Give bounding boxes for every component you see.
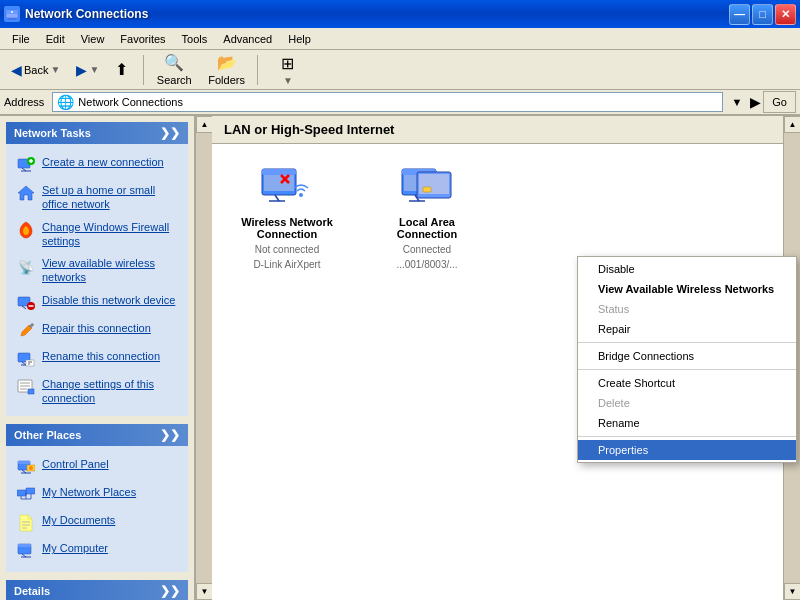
- wireless-connection-device: D-Link AirXpert: [253, 259, 320, 270]
- settings-text: Change settings of this connection: [42, 377, 178, 406]
- left-panel-container: Network Tasks ❯❯: [0, 116, 212, 600]
- details-chevron[interactable]: ❯❯: [160, 584, 180, 598]
- right-scroll-down[interactable]: ▼: [784, 583, 800, 600]
- up-icon: ⬆: [115, 60, 128, 79]
- ctx-properties[interactable]: Properties: [578, 440, 796, 460]
- address-go-button[interactable]: Go: [763, 91, 796, 113]
- ctx-sep-2: [578, 369, 796, 370]
- content-area: LAN or High-Speed Internet: [212, 116, 800, 600]
- network-tasks-chevron[interactable]: ❯❯: [160, 126, 180, 140]
- my-documents-icon: [16, 513, 36, 533]
- views-button[interactable]: ⊞ ▼: [263, 52, 313, 88]
- minimize-button[interactable]: —: [729, 4, 750, 25]
- network-tasks-header: Network Tasks ❯❯: [6, 122, 188, 144]
- ctx-bridge[interactable]: Bridge Connections: [578, 346, 796, 366]
- folders-button[interactable]: 📂 Folders: [201, 52, 252, 88]
- title-buttons: — □ ✕: [729, 4, 796, 25]
- network-tasks-section: Network Tasks ❯❯: [6, 122, 188, 416]
- menu-tools[interactable]: Tools: [174, 31, 216, 47]
- left-scroll-up[interactable]: ▲: [196, 116, 213, 133]
- repair-item[interactable]: Repair this connection: [12, 318, 182, 344]
- svg-point-2: [11, 11, 13, 13]
- my-computer-icon: [16, 541, 36, 561]
- right-scroll-up[interactable]: ▲: [784, 116, 800, 133]
- menu-edit[interactable]: Edit: [38, 31, 73, 47]
- firewall-text: Change Windows Firewall settings: [42, 220, 178, 249]
- svg-rect-39: [26, 488, 35, 494]
- ctx-view-wireless[interactable]: View Available Wireless Networks: [578, 279, 796, 299]
- local-connection-status: Connected: [403, 244, 451, 255]
- menu-file[interactable]: File: [4, 31, 38, 47]
- other-places-chevron[interactable]: ❯❯: [160, 428, 180, 442]
- left-scroll-down[interactable]: ▼: [196, 583, 213, 600]
- settings-item[interactable]: Change settings of this connection: [12, 374, 182, 409]
- forward-button[interactable]: ▶ ▼: [69, 58, 106, 82]
- details-header: Details ❯❯: [6, 580, 188, 600]
- repair-icon: [16, 321, 36, 341]
- rename-item[interactable]: Rename this connection: [12, 346, 182, 372]
- ctx-repair[interactable]: Repair: [578, 319, 796, 339]
- firewall-item[interactable]: Change Windows Firewall settings: [12, 217, 182, 252]
- wireless-connection-status: Not connected: [255, 244, 320, 255]
- ctx-delete: Delete: [578, 393, 796, 413]
- disable-icon: [16, 293, 36, 313]
- ctx-create-shortcut[interactable]: Create Shortcut: [578, 373, 796, 393]
- local-connection-item[interactable]: Local Area Connection Connected ...001/8…: [367, 159, 487, 278]
- back-arrow-icon: ◀: [11, 62, 22, 78]
- ctx-rename[interactable]: Rename: [578, 413, 796, 433]
- svg-rect-24: [26, 360, 34, 366]
- ctx-disable[interactable]: Disable: [578, 259, 796, 279]
- forward-dropdown-icon: ▼: [89, 64, 99, 75]
- wireless-text: View available wireless networks: [42, 256, 178, 285]
- my-network-item[interactable]: My Network Places: [12, 482, 182, 508]
- main-layout: Network Tasks ❯❯: [0, 116, 800, 600]
- my-computer-item[interactable]: My Computer: [12, 538, 182, 564]
- menu-help[interactable]: Help: [280, 31, 319, 47]
- menu-favorites[interactable]: Favorites: [112, 31, 173, 47]
- folders-icon: 📂: [217, 53, 237, 72]
- menu-advanced[interactable]: Advanced: [215, 31, 280, 47]
- svg-rect-33: [18, 461, 30, 464]
- home-network-text: Set up a home or small office network: [42, 183, 178, 212]
- details-section: Details ❯❯ Wireless Network: [6, 580, 188, 600]
- left-panel: Network Tasks ❯❯: [0, 116, 195, 600]
- control-panel-text: Control Panel: [42, 457, 109, 471]
- address-nav-arrow[interactable]: ▼: [727, 94, 746, 110]
- local-connection-icon-container: [397, 167, 457, 212]
- home-network-item[interactable]: Set up a home or small office network: [12, 180, 182, 215]
- my-network-icon: [16, 485, 36, 505]
- wireless-connection-item[interactable]: Wireless Network Connection Not connecte…: [227, 159, 347, 278]
- title-bar-left: Network Connections: [4, 6, 148, 22]
- my-network-text: My Network Places: [42, 485, 136, 499]
- back-dropdown-icon: ▼: [50, 64, 60, 75]
- control-panel-item[interactable]: Control Panel: [12, 454, 182, 480]
- rename-icon: [16, 349, 36, 369]
- views-dropdown-icon: ▼: [283, 75, 293, 86]
- disable-text: Disable this network device: [42, 293, 175, 307]
- my-documents-item[interactable]: My Documents: [12, 510, 182, 536]
- disable-item[interactable]: Disable this network device: [12, 290, 182, 316]
- wireless-item[interactable]: 📡 View available wireless networks: [12, 253, 182, 288]
- rename-text: Rename this connection: [42, 349, 160, 363]
- create-connection-item[interactable]: Create a new connection: [12, 152, 182, 178]
- address-value[interactable]: Network Connections: [78, 96, 718, 108]
- forward-arrow-icon: ▶: [76, 62, 87, 78]
- views-icon: ⊞: [281, 54, 294, 73]
- close-button[interactable]: ✕: [775, 4, 796, 25]
- up-button[interactable]: ⬆: [108, 56, 138, 83]
- network-tasks-content: Create a new connection Set up a home or…: [6, 144, 188, 416]
- svg-marker-14: [18, 186, 34, 200]
- maximize-button[interactable]: □: [752, 4, 773, 25]
- ctx-sep-3: [578, 436, 796, 437]
- window-icon: [4, 6, 20, 22]
- menu-view[interactable]: View: [73, 31, 113, 47]
- context-menu: Disable View Available Wireless Networks…: [577, 256, 797, 463]
- menu-bar: File Edit View Favorites Tools Advanced …: [0, 28, 800, 50]
- search-button[interactable]: 🔍 Search: [149, 52, 199, 88]
- svg-rect-31: [28, 389, 34, 394]
- svg-rect-53: [262, 169, 296, 175]
- address-bar: Address 🌐 Network Connections ▼ ▶ Go: [0, 90, 800, 116]
- svg-rect-48: [18, 544, 31, 547]
- back-button[interactable]: ◀ Back ▼: [4, 58, 67, 82]
- wireless-connection-name: Wireless Network Connection: [235, 216, 339, 240]
